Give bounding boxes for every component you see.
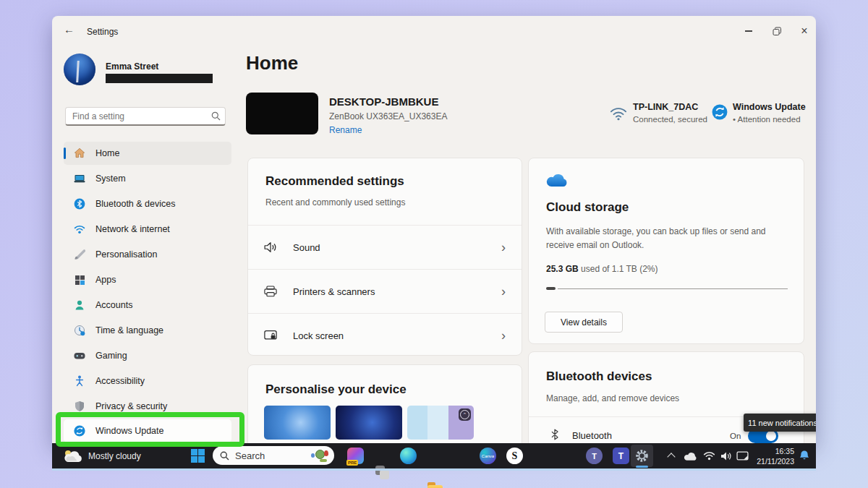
sidebar-item-accounts[interactable]: Accounts <box>64 294 231 317</box>
sidebar-item-windows-update[interactable]: Windows Update <box>64 419 231 442</box>
sidebar-item-home[interactable]: Home <box>64 142 231 165</box>
edge-icon[interactable] <box>400 448 417 464</box>
home-icon <box>74 147 85 159</box>
printers-scanners-row[interactable]: Printers & scanners › <box>248 269 522 313</box>
weather-widget[interactable]: Mostly cloudy <box>64 443 141 468</box>
sidebar-item-personalisation[interactable]: Personalisation <box>64 243 231 266</box>
canva-icon[interactable]: Canva <box>480 448 496 464</box>
weather-label: Mostly cloudy <box>88 451 141 461</box>
teams-icon[interactable]: T <box>586 448 603 464</box>
notification-bell-icon[interactable] <box>799 450 810 462</box>
sidebar-item-network-internet[interactable]: Network & internet <box>64 218 231 241</box>
speaker-icon <box>264 241 277 253</box>
user-name: Emma Street <box>106 61 158 72</box>
sidebar-item-bluetooth-devices[interactable]: Bluetooth & devices <box>64 192 231 215</box>
sidebar-item-label: Apps <box>95 275 116 285</box>
view-details-button[interactable]: View details <box>545 312 623 333</box>
tray-wifi-icon[interactable] <box>703 451 715 461</box>
task-view-icon[interactable] <box>374 464 391 481</box>
card-subtitle: Manage, add, and remove devices <box>546 393 679 403</box>
personalise-device-card: Personalise your device ⌃ <box>247 364 522 443</box>
sidebar-item-apps[interactable]: Apps <box>64 268 231 291</box>
chevron-right-icon: › <box>501 285 506 298</box>
page-title: Home <box>246 52 298 74</box>
sidebar-item-system[interactable]: System <box>64 167 231 190</box>
windows-update-status-icon <box>712 104 728 123</box>
start-button[interactable] <box>191 449 205 466</box>
teams2-glyph: T <box>618 451 624 461</box>
network-ssid[interactable]: TP-LINK_7DAC <box>633 102 698 112</box>
weather-cloud-icon <box>64 450 82 463</box>
sidebar-item-label: Bluetooth & devices <box>95 199 176 209</box>
sidebar-item-time-language[interactable]: Time & language <box>64 319 231 342</box>
restore-button[interactable] <box>765 22 789 40</box>
sidebar-item-label: Personalisation <box>95 249 157 260</box>
sidebar-item-label: Home <box>95 148 119 158</box>
notifications-tooltip: 11 new notifications <box>744 414 816 432</box>
row-label: Printers & scanners <box>293 286 375 297</box>
sidebar-item-privacy-security[interactable]: Privacy & security <box>64 395 231 418</box>
avatar[interactable] <box>64 53 95 85</box>
sidebar-item-label: Network & internet <box>95 224 170 234</box>
minimize-button[interactable] <box>736 22 761 40</box>
close-button[interactable]: × <box>792 22 816 40</box>
storage-usage: 25.3 GB used of 1.1 TB (2%) <box>546 264 658 274</box>
substack-icon[interactable]: S <box>506 448 523 464</box>
search-doodle-icon <box>310 449 328 462</box>
back-arrow-icon[interactable]: ← <box>64 23 75 35</box>
sound-row[interactable]: Sound › <box>248 225 522 269</box>
printer-icon <box>264 286 277 297</box>
windows-update-label[interactable]: Windows Update <box>733 102 806 112</box>
accessibility-icon <box>74 375 85 387</box>
sidebar-item-accessibility[interactable]: Accessibility <box>64 369 231 393</box>
storage-progress-track <box>558 288 788 289</box>
cloud-storage-card: Cloud storage With available storage, yo… <box>528 158 804 344</box>
apps-icon <box>74 274 85 286</box>
teams-glyph: T <box>592 452 597 461</box>
row-label: Sound <box>293 242 320 253</box>
tray-chevron-up-icon[interactable] <box>667 453 675 461</box>
selected-indicator <box>64 147 66 159</box>
bluetooth-glyph-icon <box>550 429 559 440</box>
tray-speaker-icon[interactable] <box>720 451 732 461</box>
cloud-description: With available storage, you can back up … <box>546 225 788 252</box>
wallpaper-thumb-dark[interactable] <box>336 406 402 440</box>
card-title: Recommended settings <box>265 174 404 189</box>
copilot-badge: PRE <box>346 460 358 466</box>
bluetooth-row-label: Bluetooth <box>572 430 612 441</box>
device-model: ZenBook UX363EA_UX363EA <box>329 111 447 121</box>
search-placeholder: Search <box>235 450 265 461</box>
card-title: Bluetooth devices <box>546 369 652 384</box>
screen-bottom-strip <box>52 468 816 471</box>
shield-icon <box>74 401 85 412</box>
onedrive-icon[interactable] <box>683 451 697 461</box>
sidebar-item-label: Accessibility <box>95 376 145 386</box>
window-title: Settings <box>87 27 118 37</box>
chevron-right-icon: › <box>501 241 506 254</box>
screenshot-root: ← Settings × Emma Street Home System Blu… <box>0 0 868 488</box>
bluetooth-icon <box>74 198 85 210</box>
sidebar-item-label: Time & language <box>95 325 163 335</box>
rename-link[interactable]: Rename <box>329 125 362 135</box>
toggle-state-label: On <box>730 432 741 440</box>
clock[interactable]: 16:35 21/11/2023 <box>744 446 794 466</box>
wifi-icon <box>74 223 85 235</box>
sidebar-item-label: Gaming <box>95 351 127 361</box>
gear-icon <box>634 448 650 463</box>
wallpaper-thumb-light[interactable] <box>264 406 331 440</box>
sidebar-item-gaming[interactable]: Gaming <box>64 344 231 367</box>
find-setting-input[interactable] <box>65 107 226 126</box>
redacted-email-bar <box>106 74 213 83</box>
settings-window: ← Settings × Emma Street Home System Blu… <box>52 16 816 443</box>
clock-time: 16:35 <box>744 446 794 456</box>
card-subtitle: Recent and commonly used settings <box>265 197 405 207</box>
copilot-icon[interactable]: PRE <box>347 448 364 464</box>
wallpaper-thumb-custom[interactable]: ⌃ <box>407 406 474 440</box>
teams-work-icon[interactable]: T <box>613 448 629 464</box>
cloud-icon <box>546 173 568 187</box>
file-explorer-icon[interactable] <box>427 481 443 488</box>
settings-taskbar-button[interactable] <box>631 445 653 467</box>
taskbar-search[interactable]: Search <box>213 446 334 465</box>
lock-screen-row[interactable]: Lock screen › <box>248 313 522 357</box>
wifi-status-icon <box>609 107 628 121</box>
